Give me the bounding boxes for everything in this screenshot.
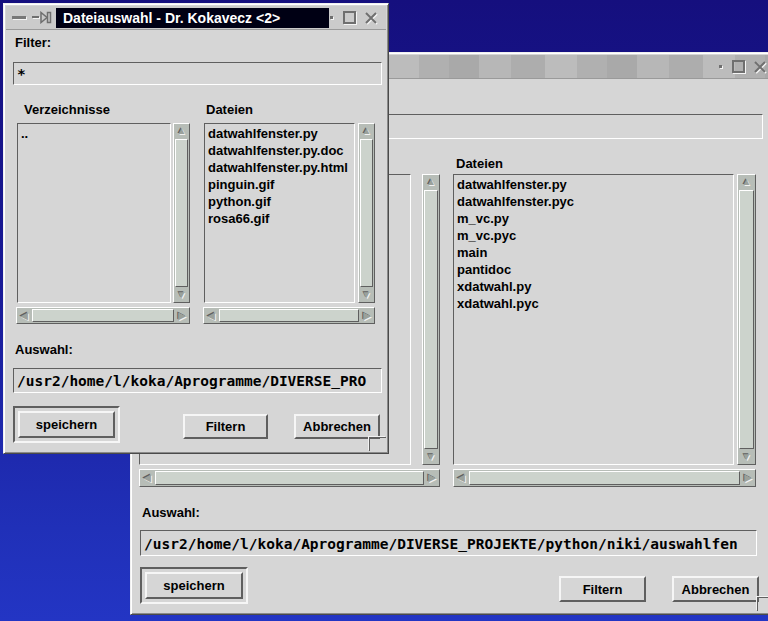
scroll-right-icon[interactable]: ▶: [360, 308, 374, 323]
selection-input-back[interactable]: [141, 531, 756, 555]
file-dialog-front[interactable]: Dateiauswahl - Dr. Kokavecz <2> Filter: …: [3, 3, 389, 454]
list-item[interactable]: m_vc.pyc: [454, 227, 733, 244]
maximize-icon[interactable]: [343, 11, 356, 24]
directories-list[interactable]: ..: [17, 123, 171, 303]
list-item[interactable]: xdatwahl.pyc: [454, 295, 733, 312]
scrollbar-thumb[interactable]: [219, 309, 359, 322]
directories-label: Verzeichnisse: [24, 102, 110, 117]
list-item[interactable]: main: [454, 244, 733, 261]
titlebar-front[interactable]: Dateiauswahl - Dr. Kokavecz <2>: [6, 6, 386, 30]
shade-icon[interactable]: [12, 16, 26, 19]
default-button-frame: speichern: [13, 406, 120, 443]
cancel-button-back[interactable]: Abbrechen: [672, 576, 759, 602]
scroll-up-icon[interactable]: ▲: [738, 175, 755, 189]
scrollbar-thumb[interactable]: [32, 309, 174, 322]
window-title: Dateiauswahl - Dr. Kokavecz <2>: [56, 8, 329, 28]
filter-button[interactable]: Filtern: [183, 414, 268, 439]
scroll-left-icon[interactable]: ◀: [204, 308, 218, 323]
selection-input-back-wrap: [140, 530, 757, 556]
directories-hscrollbar-back[interactable]: ◀ ▶: [139, 469, 440, 487]
list-item[interactable]: ..: [18, 125, 170, 142]
scroll-right-icon[interactable]: ▶: [175, 308, 189, 323]
files-hscrollbar-back[interactable]: ◀ ▶: [453, 469, 756, 487]
pin-icon[interactable]: [32, 11, 52, 24]
menu-dot-icon[interactable]: [330, 16, 333, 19]
resize-grip[interactable]: [369, 437, 386, 451]
close-icon[interactable]: [364, 10, 380, 26]
resize-grip[interactable]: [757, 597, 768, 611]
list-item[interactable]: datwahlfenster.py: [454, 176, 733, 193]
save-button-back[interactable]: speichern: [145, 572, 243, 599]
list-item[interactable]: pantidoc: [454, 261, 733, 278]
files-vscrollbar-back[interactable]: ▲ ▼: [737, 174, 756, 465]
directories-hscrollbar[interactable]: ◀ ▶: [16, 307, 190, 324]
list-item[interactable]: datwahlfenster.pyc: [454, 193, 733, 210]
selection-input-wrap: [13, 368, 382, 393]
scroll-down-icon[interactable]: ▼: [174, 288, 189, 302]
files-label: Dateien: [206, 102, 253, 117]
files-list-back[interactable]: datwahlfenster.pydatwahlfenster.pycm_vc.…: [453, 174, 734, 465]
scroll-down-icon[interactable]: ▼: [738, 450, 755, 464]
list-item[interactable]: m_vc.py: [454, 210, 733, 227]
scrollbar-thumb[interactable]: [360, 139, 373, 287]
directories-vscrollbar[interactable]: ▲ ▼: [173, 123, 190, 303]
cancel-button[interactable]: Abbrechen: [294, 414, 380, 439]
default-button-frame: speichern: [140, 567, 248, 604]
scroll-down-icon[interactable]: ▼: [359, 288, 374, 302]
scroll-left-icon[interactable]: ◀: [140, 470, 154, 486]
list-item[interactable]: xdatwahl.py: [454, 278, 733, 295]
scroll-up-icon[interactable]: ▲: [174, 124, 189, 138]
maximize-icon[interactable]: [732, 60, 745, 73]
desktop: Dateien ▲ ▼ datwahlfenster.pydatwahlfens…: [0, 0, 768, 621]
files-vscrollbar[interactable]: ▲ ▼: [358, 123, 375, 303]
list-item[interactable]: pinguin.gif: [205, 176, 354, 193]
scroll-up-icon[interactable]: ▲: [423, 175, 439, 189]
list-item[interactable]: datwahlfenster.py.html: [205, 159, 354, 176]
directories-vscrollbar-back[interactable]: ▲ ▼: [422, 174, 440, 465]
selection-label: Auswahl:: [15, 342, 73, 357]
filter-input[interactable]: [14, 63, 381, 84]
selection-label-back: Auswahl:: [142, 505, 200, 520]
save-button[interactable]: speichern: [18, 411, 115, 438]
list-item[interactable]: rosa66.gif: [205, 210, 354, 227]
selection-input[interactable]: [14, 369, 381, 392]
list-item[interactable]: datwahlfenster.py.doc: [205, 142, 354, 159]
scrollbar-thumb[interactable]: [175, 139, 188, 287]
scrollbar-thumb[interactable]: [469, 471, 740, 485]
scrollbar-thumb[interactable]: [155, 471, 424, 485]
scrollbar-thumb[interactable]: [424, 190, 438, 449]
scroll-left-icon[interactable]: ◀: [454, 470, 468, 486]
list-item[interactable]: python.gif: [205, 193, 354, 210]
scroll-left-icon[interactable]: ◀: [17, 308, 31, 323]
scroll-right-icon[interactable]: ▶: [741, 470, 755, 486]
filter-label: Filter:: [15, 35, 51, 50]
close-icon[interactable]: [753, 59, 768, 75]
scrollbar-thumb[interactable]: [739, 190, 754, 449]
scroll-right-icon[interactable]: ▶: [425, 470, 439, 486]
menu-dot-icon[interactable]: [719, 65, 722, 68]
scroll-up-icon[interactable]: ▲: [359, 124, 374, 138]
list-item[interactable]: datwahlfenster.py: [205, 125, 354, 142]
filter-input-wrap: [13, 62, 382, 85]
files-label-back: Dateien: [456, 156, 503, 171]
scroll-down-icon[interactable]: ▼: [423, 450, 439, 464]
files-hscrollbar[interactable]: ◀ ▶: [203, 307, 375, 324]
files-list[interactable]: datwahlfenster.pydatwahlfenster.py.docda…: [204, 123, 355, 303]
filter-button-back[interactable]: Filtern: [559, 576, 646, 602]
